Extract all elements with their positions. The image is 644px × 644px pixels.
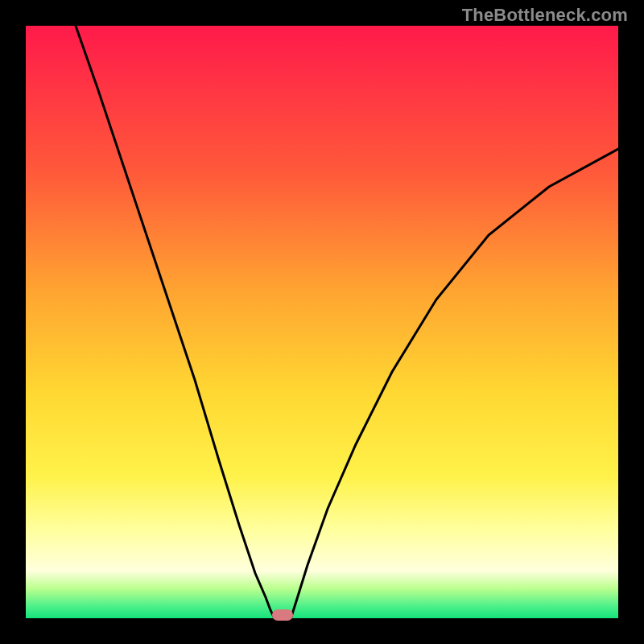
optimal-point-marker <box>272 609 293 621</box>
chart-plot-area <box>26 26 618 618</box>
bottleneck-curve <box>26 26 618 618</box>
watermark-text: TheBottleneck.com <box>462 5 628 26</box>
